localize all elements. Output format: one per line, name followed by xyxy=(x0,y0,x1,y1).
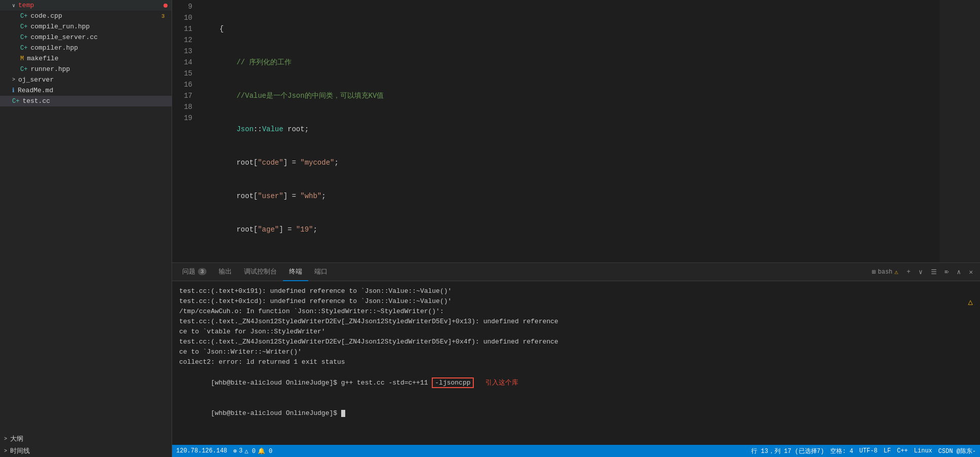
tab-terminal[interactable]: 终端 xyxy=(283,263,308,281)
sidebar-bottom: > 大纲 > 时间线 xyxy=(0,433,172,457)
problems-badge: 3 xyxy=(198,268,207,275)
sidebar-item-label: runner.hpp xyxy=(30,65,168,73)
terminal-line-3: /tmp/cceAwCuh.o: In function `Json::Styl… xyxy=(179,307,973,317)
line-num-14: 14 xyxy=(177,57,192,68)
annotation: 引入这个库 xyxy=(485,378,518,386)
sidebar-item-compiler[interactable]: C+ compiler.hpp xyxy=(0,43,172,53)
sidebar-item-label: oj_server xyxy=(18,76,168,84)
sidebar-item-oj-server[interactable]: > oj_server xyxy=(0,74,172,85)
add-icon: + xyxy=(907,268,911,276)
line-num-18: 18 xyxy=(177,101,192,112)
sidebar-item-readme[interactable]: ℹ ReadMe.md xyxy=(0,85,172,96)
cpp-file-icon: C+ xyxy=(20,13,27,20)
sidebar-item-code-cpp[interactable]: C+ code.cpp 3 xyxy=(0,11,172,21)
sidebar-item-temp[interactable]: ∨ temp xyxy=(0,0,172,11)
close-panel-btn[interactable]: ✕ xyxy=(966,267,976,277)
timeline-chevron-icon: > xyxy=(4,448,7,454)
terminal-icon: ⊞ xyxy=(872,268,876,276)
compiler-icon: C+ xyxy=(20,45,27,52)
sidebar-item-label: code.cpp xyxy=(30,12,158,20)
status-errors[interactable]: ⊗ 3 △ 0 🔔 0 xyxy=(233,447,272,455)
tab-problems[interactable]: 问题 3 xyxy=(176,263,213,281)
terminal-icon-btn[interactable]: ⊞ bash ⚠ xyxy=(869,267,901,277)
modified-dot xyxy=(164,4,168,8)
status-bar: 120.78.126.148 ⊗ 3 △ 0 🔔 0 行 13，列 17 (已选… xyxy=(172,445,980,457)
main-area: 9 10 11 12 13 14 15 16 17 18 19 { // 序列化… xyxy=(172,0,980,457)
terminal-line-4: test.cc:(.text._ZN4Json12StyledWriterD2E… xyxy=(179,317,973,327)
timeline-section[interactable]: > 时间线 xyxy=(0,445,172,457)
chevron-up-icon: ∧ xyxy=(957,268,961,276)
terminal-cmd2-line: [whb@bite-alicloud OnlineJudge]$ g++ tes… xyxy=(179,367,973,398)
editor[interactable]: 9 10 11 12 13 14 15 16 17 18 19 { // 序列化… xyxy=(172,0,980,262)
language[interactable]: C++ xyxy=(897,447,908,454)
csdn-text: CSDN @陈东- xyxy=(938,447,976,455)
line-num-19: 19 xyxy=(177,112,192,124)
terminal-line-5: ce to `vtable for Json::StyledWriter' xyxy=(179,327,973,337)
encoding[interactable]: UTF-8 xyxy=(860,447,878,454)
sidebar-item-label: compile_run.hpp xyxy=(30,23,168,30)
code-line-12: Json::Value root; xyxy=(202,124,980,135)
terminal-warning-icon: △ xyxy=(968,297,973,308)
chevron-right-icon: > xyxy=(12,77,15,83)
split-icon: ☰ xyxy=(931,268,937,276)
sidebar-item-label: ReadMe.md xyxy=(18,87,168,94)
split-editor-btn[interactable]: ☰ xyxy=(928,267,940,277)
code-line-16 xyxy=(202,257,980,262)
warning-count: △ 0 xyxy=(244,447,256,455)
code-line-15: root["age"] = "19"; xyxy=(202,224,980,235)
code-line-13: root["code"] = "mycode"; xyxy=(202,157,980,168)
add-terminal-btn[interactable]: + xyxy=(904,267,914,277)
line-num-13: 13 xyxy=(177,46,192,57)
cursor xyxy=(341,410,345,417)
line-num-12: 12 xyxy=(177,34,192,46)
line-num-15: 15 xyxy=(177,68,192,79)
line-ending[interactable]: LF xyxy=(884,447,891,454)
line-numbers: 9 10 11 12 13 14 15 16 17 18 19 xyxy=(172,0,197,262)
line-num-10: 10 xyxy=(177,12,192,23)
info-count: 🔔 0 xyxy=(258,447,272,455)
tab-ports[interactable]: 端口 xyxy=(308,263,334,281)
line-num-11: 11 xyxy=(177,23,192,34)
sidebar-item-label: temp xyxy=(18,2,164,9)
terminal-line-6: test.cc:(.text._ZN4Json12StyledWriterD2E… xyxy=(179,337,973,347)
chevron-down-icon: ∨ xyxy=(919,268,923,276)
panel-actions: ⊞ bash ⚠ + ∨ ☰ ⌦ ∧ xyxy=(869,267,976,277)
outline-label: 大纲 xyxy=(10,434,23,443)
trash-icon: ⌦ xyxy=(945,268,949,276)
makefile-icon: M xyxy=(20,55,24,62)
row-col[interactable]: 行 13，列 17 (已选择7) xyxy=(751,447,824,455)
tab-output[interactable]: 输出 xyxy=(213,263,238,281)
error-icon: ⊗ xyxy=(233,447,237,455)
readme-icon: ℹ xyxy=(12,87,15,94)
status-right: 行 13，列 17 (已选择7) 空格: 4 UTF-8 LF C++ Linu… xyxy=(751,447,976,455)
line-num-9: 9 xyxy=(177,1,192,12)
code-line-10: // 序列化的工作 xyxy=(202,57,980,68)
line-num-17: 17 xyxy=(177,90,192,101)
outline-section[interactable]: > 大纲 xyxy=(0,433,172,445)
outline-chevron-icon: > xyxy=(4,436,7,442)
delete-terminal-btn[interactable]: ⌦ xyxy=(942,267,952,277)
sidebar-item-label: test.cc xyxy=(22,97,168,105)
tab-debug-console[interactable]: 调试控制台 xyxy=(238,263,283,281)
status-ip[interactable]: 120.78.126.148 xyxy=(176,447,227,454)
terminal-content[interactable]: △ test.cc:(.text+0x191): undefined refer… xyxy=(172,281,980,445)
code-line-14: root["user"] = "whb"; xyxy=(202,191,980,202)
maximize-panel-btn[interactable]: ∧ xyxy=(954,267,964,277)
terminal-line-1: test.cc:(.text+0x191): undefined referen… xyxy=(179,286,973,296)
sidebar-item-label: compile_server.cc xyxy=(30,33,168,41)
warning-icon: ⚠ xyxy=(894,268,899,276)
sidebar-item-compile-run[interactable]: C+ compile_run.hpp xyxy=(0,21,172,32)
code-container: 9 10 11 12 13 14 15 16 17 18 19 { // 序列化… xyxy=(172,0,980,262)
chevron-toggle[interactable]: ∨ xyxy=(916,267,926,277)
code-line-9: { xyxy=(202,23,980,34)
sidebar-item-runner[interactable]: C+ runner.hpp xyxy=(0,64,172,74)
close-icon: ✕ xyxy=(969,268,973,276)
spaces[interactable]: 空格: 4 xyxy=(830,447,853,455)
sidebar-item-test-cc[interactable]: C+ test.cc xyxy=(0,96,172,106)
sidebar-item-makefile[interactable]: M makefile xyxy=(0,53,172,64)
terminal-cmd1: collect2: error: ld returned 1 exit stat… xyxy=(179,357,973,367)
hpp-file-icon: C+ xyxy=(20,23,27,30)
sidebar-item-compile-server[interactable]: C+ compile_server.cc xyxy=(0,32,172,43)
error-count: 3 xyxy=(239,447,242,454)
platform[interactable]: Linux xyxy=(914,447,932,454)
